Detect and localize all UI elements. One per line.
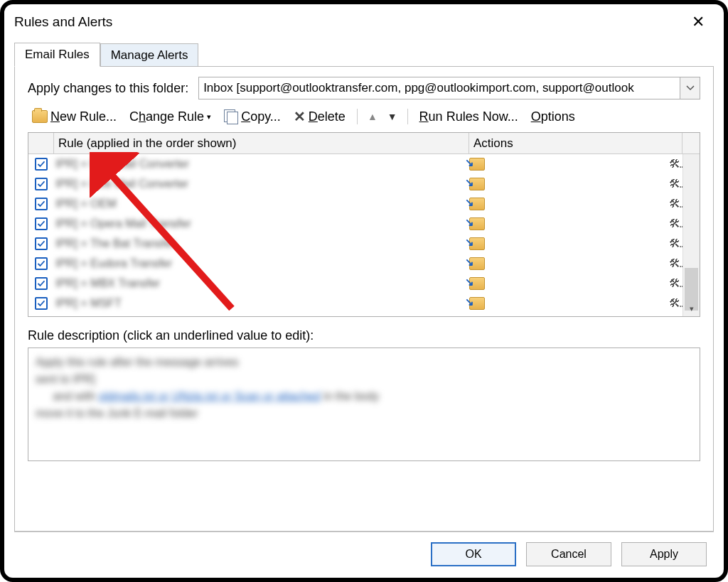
rule-name: IPR] = MBX Transfer <box>55 277 160 290</box>
desc-link[interactable]: oldmails.txt or UNzip.txt or Scan or att… <box>99 390 321 402</box>
copy-icon <box>224 109 238 124</box>
description-label: Rule description (click an underlined va… <box>28 328 700 343</box>
rule-name: IPR] = The Bat Transfer <box>55 237 175 250</box>
desc-line: Apply this rule after the message arrive… <box>36 354 238 371</box>
folder-icon <box>32 110 48 123</box>
rule-name: IPR] = Live Mail Converter <box>55 178 188 190</box>
run-rules-button[interactable]: Run Rules Now... <box>415 108 523 126</box>
table-row[interactable]: IPR] = MSFT↘🛠︎.. <box>28 293 682 313</box>
separator <box>407 109 408 124</box>
wrench-icon: 🛠︎.. <box>669 178 682 190</box>
tab-label: Email Rules <box>25 48 90 61</box>
scrollbar[interactable]: ▾ <box>682 154 700 316</box>
rule-name: IPR] = Mac Mail Converter <box>55 158 189 171</box>
desc-line: in the body <box>323 388 379 405</box>
description-box[interactable]: Apply this rule after the message arrive… <box>28 347 700 461</box>
rule-name: IPR] = MSFT <box>55 297 122 310</box>
column-rule[interactable]: Rule (applied in the order shown) <box>54 133 469 153</box>
options-button[interactable]: Options <box>527 108 579 126</box>
button-label: Cancel <box>551 548 587 561</box>
button-label: Delete <box>309 109 346 124</box>
rule-checkbox[interactable] <box>35 237 48 250</box>
desc-line: sent to IPR] <box>36 371 95 388</box>
table-row[interactable]: IPR] = The Bat Transfer↘🛠︎.. <box>28 234 682 254</box>
wrench-icon: 🛠︎.. <box>669 198 682 210</box>
wrench-icon: 🛠︎.. <box>669 277 682 290</box>
table-row[interactable]: IPR] = Live Mail Converter↘🛠︎.. <box>28 174 682 194</box>
wrench-icon: 🛠︎.. <box>669 297 682 310</box>
rule-checkbox[interactable] <box>35 198 48 210</box>
move-to-folder-icon: ↘ <box>469 198 485 210</box>
rule-name: IPR] = Eudora Transfer <box>55 257 172 270</box>
ok-button[interactable]: OK <box>431 542 516 566</box>
rule-name: IPR] = OEM <box>55 198 117 210</box>
copy-button[interactable]: Copy... <box>220 108 285 126</box>
folder-dropdown-button[interactable] <box>680 77 700 99</box>
tab-label: Manage Alerts <box>111 48 188 62</box>
chevron-down-icon: ▾ <box>207 112 211 122</box>
button-label: New Rule... <box>50 109 117 124</box>
change-rule-button[interactable]: Change Rule ▾ <box>125 108 215 126</box>
move-to-folder-icon: ↘ <box>469 277 485 290</box>
folder-select[interactable]: Inbox [support@outlooktransfer.com, ppg@… <box>198 77 700 99</box>
move-to-folder-icon: ↘ <box>469 237 485 250</box>
desc-line: move it to the Junk E-mail folder <box>36 405 198 422</box>
table-row[interactable]: IPR] = OEM↘🛠︎.. <box>28 194 682 214</box>
rule-checkbox[interactable] <box>35 297 48 310</box>
button-label: Copy... <box>241 109 281 124</box>
table-row[interactable]: IPR] = Opera Mail Transfer↘🛠︎.. <box>28 214 682 234</box>
wrench-icon: 🛠︎.. <box>669 257 682 270</box>
move-to-folder-icon: ↘ <box>469 257 485 270</box>
move-to-folder-icon: ↘ <box>469 178 485 190</box>
move-to-folder-icon: ↘ <box>469 297 485 310</box>
close-button[interactable]: ✕ <box>684 13 712 31</box>
new-rule-button[interactable]: New Rule... <box>28 108 121 126</box>
rule-name: IPR] = Opera Mail Transfer <box>55 217 191 230</box>
scroll-down-button[interactable]: ▾ <box>683 301 700 316</box>
tab-manage-alerts[interactable]: Manage Alerts <box>100 43 199 67</box>
table-row[interactable]: IPR] = MBX Transfer↘🛠︎.. <box>28 274 682 293</box>
column-checkbox <box>28 133 54 153</box>
table-row[interactable]: IPR] = Eudora Transfer↘🛠︎.. <box>28 254 682 274</box>
wrench-icon: 🛠︎.. <box>669 237 682 250</box>
delete-button[interactable]: ✕ Delete <box>289 107 350 126</box>
move-up-button[interactable]: ▲ <box>365 111 380 122</box>
rule-checkbox[interactable] <box>35 277 48 290</box>
cancel-button[interactable]: Cancel <box>526 542 611 566</box>
rule-checkbox[interactable] <box>35 158 48 171</box>
rules-alerts-dialog: Rules and Alerts ✕ Email Rules Manage Al… <box>10 10 718 569</box>
button-label: Change Rule <box>129 109 204 124</box>
tab-email-rules[interactable]: Email Rules <box>14 43 100 67</box>
wrench-icon: 🛠︎.. <box>669 217 682 230</box>
table-row[interactable]: IPR] = Mac Mail Converter↘🛠︎.. <box>28 154 682 174</box>
folder-label: Apply changes to this folder: <box>28 81 188 96</box>
dialog-title: Rules and Alerts <box>14 14 112 30</box>
button-label: Apply <box>650 548 678 561</box>
folder-value: Inbox [support@outlooktransfer.com, ppg@… <box>199 81 680 95</box>
rule-checkbox[interactable] <box>35 257 48 270</box>
rule-checkbox[interactable] <box>35 217 48 230</box>
rules-list: Rule (applied in the order shown) Action… <box>28 132 700 317</box>
separator <box>357 109 358 124</box>
button-label: Options <box>531 109 575 124</box>
button-label: Run Rules Now... <box>419 109 518 124</box>
move-down-button[interactable]: ▼ <box>385 111 400 122</box>
button-label: OK <box>465 548 481 561</box>
desc-line: and with <box>53 388 95 405</box>
apply-button[interactable]: Apply <box>621 542 707 566</box>
column-actions[interactable]: Actions <box>469 133 682 153</box>
scroll-header <box>682 133 700 153</box>
rule-checkbox[interactable] <box>35 178 48 190</box>
wrench-icon: 🛠︎.. <box>669 158 682 171</box>
delete-icon: ✕ <box>294 108 306 125</box>
move-to-folder-icon: ↘ <box>469 217 485 230</box>
move-to-folder-icon: ↘ <box>469 158 485 171</box>
